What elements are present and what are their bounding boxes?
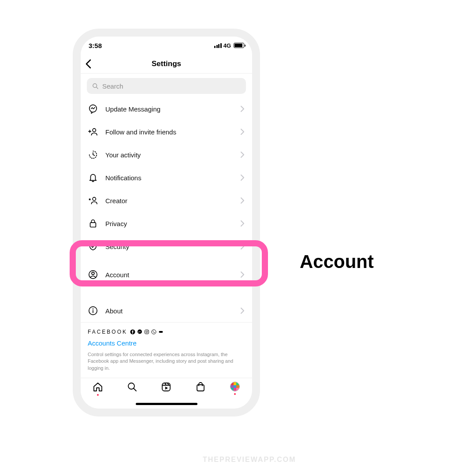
chevron-right-icon — [241, 175, 244, 181]
svg-point-2 — [93, 129, 96, 132]
whatsapp-small-icon — [151, 329, 156, 335]
settings-item-follow-invite[interactable]: Follow and invite friends — [81, 120, 252, 143]
svg-rect-4 — [90, 223, 96, 227]
callout-label: Account — [300, 251, 374, 272]
svg-rect-15 — [159, 331, 163, 333]
home-icon — [93, 382, 103, 392]
bell-icon — [88, 173, 98, 182]
page-title: Settings — [152, 60, 181, 68]
activity-icon — [88, 150, 98, 160]
instagram-small-icon — [144, 329, 149, 335]
settings-item-privacy[interactable]: Privacy — [81, 212, 252, 235]
settings-item-creator[interactable]: Creator — [81, 189, 252, 212]
messenger-icon — [88, 104, 98, 114]
facebook-brand-line: FACEBOOK — [88, 329, 245, 335]
highlight-box — [70, 240, 268, 286]
tab-home[interactable] — [88, 382, 108, 396]
svg-point-12 — [146, 331, 148, 333]
signal-icon — [214, 43, 222, 48]
header: Settings — [81, 54, 252, 74]
settings-item-label: Privacy — [105, 220, 234, 227]
network-label: 4G — [223, 42, 231, 49]
notification-dot — [234, 393, 236, 395]
back-button[interactable] — [85, 54, 103, 73]
svg-point-3 — [93, 197, 96, 201]
settings-item-label: Follow and invite friends — [105, 128, 234, 136]
facebook-icon — [130, 329, 135, 335]
svg-rect-17 — [162, 383, 170, 391]
search-icon — [127, 382, 138, 392]
chevron-right-icon — [241, 129, 244, 135]
search-placeholder: Search — [102, 82, 123, 90]
settings-item-update-messaging[interactable]: Update Messaging — [81, 97, 252, 120]
screen: 3:58 4G Settings Search — [81, 37, 252, 409]
phone-notch — [145, 36, 189, 39]
reels-icon — [161, 382, 171, 392]
shop-icon — [195, 382, 206, 392]
settings-item-label: About — [105, 307, 234, 315]
svg-point-13 — [148, 331, 148, 331]
messenger-small-icon — [137, 329, 142, 335]
info-icon — [88, 306, 98, 316]
chevron-right-icon — [241, 220, 244, 227]
chevron-right-icon — [241, 308, 244, 314]
accounts-centre-link[interactable]: Accounts Centre — [88, 339, 245, 347]
svg-rect-18 — [197, 385, 204, 391]
tab-bar — [81, 378, 252, 409]
home-indicator — [136, 403, 197, 405]
tab-shop[interactable] — [191, 382, 210, 392]
settings-list: Update Messaging Follow and invite frien… — [81, 97, 252, 378]
battery-icon — [234, 43, 244, 48]
follow-invite-icon — [88, 127, 98, 137]
status-time: 3:58 — [89, 42, 102, 49]
tab-profile[interactable] — [225, 382, 245, 395]
phone-frame: 3:58 4G Settings Search — [73, 29, 260, 416]
settings-item-label: Notifications — [105, 174, 234, 182]
search-icon — [92, 83, 99, 89]
settings-item-notifications[interactable]: Notifications — [81, 166, 252, 189]
status-bar: 3:58 4G — [81, 37, 252, 54]
notification-dot — [97, 394, 99, 396]
settings-item-label: Update Messaging — [105, 105, 234, 113]
svg-point-14 — [152, 330, 156, 334]
settings-item-your-activity[interactable]: Your activity — [81, 143, 252, 166]
settings-item-label: Creator — [105, 197, 234, 205]
facebook-brand-icons — [130, 329, 164, 335]
facebook-footer: FACEBOOK Accounts Centre Control setting… — [81, 322, 252, 376]
watermark: THEPREVIEWAPP.COM — [203, 456, 296, 464]
chevron-right-icon — [241, 106, 244, 112]
tab-search[interactable] — [123, 382, 142, 392]
tab-reels[interactable] — [156, 382, 176, 392]
search-container: Search — [81, 74, 252, 97]
svg-point-8 — [93, 309, 93, 309]
settings-item-about[interactable]: About — [81, 299, 252, 322]
profile-icon — [230, 382, 240, 391]
chevron-right-icon — [241, 197, 244, 204]
creator-icon — [88, 196, 98, 205]
settings-item-label: Your activity — [105, 151, 234, 159]
chevron-right-icon — [241, 152, 244, 158]
search-input[interactable]: Search — [87, 78, 246, 94]
lock-icon — [88, 219, 98, 228]
oculus-small-icon — [158, 329, 164, 335]
status-right: 4G — [214, 42, 244, 49]
facebook-footer-desc: Control settings for connected experienc… — [88, 351, 245, 372]
chevron-left-icon — [85, 59, 91, 69]
facebook-brand-text: FACEBOOK — [88, 329, 127, 335]
